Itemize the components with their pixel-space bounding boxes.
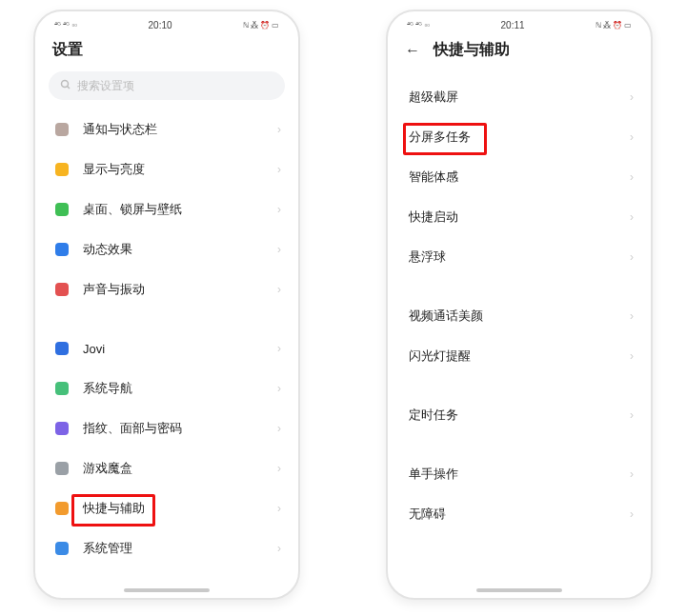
chevron-right-icon: › [277,502,281,515]
gear-icon [50,540,73,557]
chevron-right-icon: › [277,123,281,136]
chevron-right-icon: › [630,170,634,184]
chevron-right-icon: › [630,250,634,264]
status-bar: ⁴ᴳ ⁴ᴳ ▫▫ 20:11 ℕ ⁂ ⏰ ▭ [388,11,651,34]
item-label: 系统导航 [83,380,277,397]
chevron-right-icon: › [277,542,281,555]
settings-item[interactable]: 动态效果› [41,229,293,269]
home-indicator[interactable] [124,588,210,592]
settings-item[interactable]: 声音与振动› [41,269,293,309]
settings-item[interactable]: 桌面、锁屏与壁纸› [41,189,293,229]
item-label: 动态效果 [83,241,277,258]
phone-right: ⁴ᴳ ⁴ᴳ ▫▫ 20:11 ℕ ⁂ ⏰ ▭ ← 快捷与辅助 超级截屏›分屏多任… [386,10,653,600]
item-label: 快捷与辅助 [83,500,277,517]
status-bar: ⁴ᴳ ⁴ᴳ ▫▫ 20:10 ℕ ⁂ ⏰ ▭ [35,11,298,34]
chevron-right-icon: › [630,210,634,224]
jovi-icon [50,340,73,357]
chevron-right-icon: › [630,408,634,422]
chevron-right-icon: › [630,90,634,104]
bell-icon [50,121,73,138]
chevron-right-icon: › [630,467,634,481]
item-label: 系统管理 [83,540,277,557]
chevron-right-icon: › [277,163,281,176]
settings-item[interactable]: 超级截屏› [393,77,645,117]
settings-list: 超级截屏›分屏多任务›智能体感›快捷启动›悬浮球›视频通话美颜›闪光灯提醒›定时… [388,77,651,588]
page-header: ← 快捷与辅助 [388,34,651,66]
search-icon [60,79,71,93]
settings-item[interactable]: 悬浮球› [393,237,645,277]
settings-item[interactable]: 智能体感› [393,157,645,197]
alarm-icon: ⏰ [613,21,622,30]
settings-item[interactable]: 游戏魔盒› [41,448,293,488]
chevron-right-icon: › [630,349,634,363]
status-time: 20:10 [149,20,172,30]
svg-line-1 [68,86,71,89]
search-placeholder: 搜索设置项 [77,78,134,94]
chevron-right-icon: › [630,309,634,323]
chevron-right-icon: › [277,203,281,216]
item-label: 智能体感 [409,169,630,186]
chevron-right-icon: › [630,130,634,144]
chevron-right-icon: › [277,422,281,435]
chevron-right-icon: › [277,283,281,296]
item-label: 游戏魔盒 [83,460,277,477]
settings-item[interactable]: 显示与亮度› [41,149,293,189]
page-title: 快捷与辅助 [434,40,510,60]
item-label: 超级截屏 [409,89,630,106]
home-indicator[interactable] [476,588,562,592]
group-separator [393,376,645,395]
settings-item[interactable]: 无障碍› [393,494,645,534]
chevron-right-icon: › [277,243,281,256]
chevron-right-icon: › [277,342,281,355]
status-signal: ⁴ᴳ ⁴ᴳ ▫▫ [54,21,77,30]
item-label: 无障碍 [409,506,630,523]
item-label: Jovi [83,342,277,356]
back-button[interactable]: ← [405,43,420,58]
settings-item[interactable]: 系统管理› [41,528,293,568]
settings-item[interactable]: 指纹、面部与密码› [41,408,293,448]
item-label: 桌面、锁屏与壁纸 [83,201,277,218]
gamebox-icon [50,460,73,477]
page-title: 设置 [52,40,83,60]
sound-icon [50,281,73,298]
signal-icon: ⁴ᴳ ⁴ᴳ ▫▫ [54,21,77,30]
search-input[interactable]: 搜索设置项 [49,71,285,100]
item-label: 视频通话美颜 [409,308,630,325]
group-separator [393,277,645,296]
nfc-icon: ℕ [243,21,249,30]
settings-item[interactable]: 单手操作› [393,454,645,494]
chevron-right-icon: › [277,382,281,395]
page-header: 设置 [35,34,298,66]
signal-icon: ⁴ᴳ ⁴ᴳ ▫▫ [407,21,430,30]
item-label: 闪光灯提醒 [409,348,630,365]
chevron-right-icon: › [277,462,281,475]
nfc-icon: ℕ [595,21,601,30]
settings-item[interactable]: 分屏多任务› [393,117,645,157]
settings-item[interactable]: 通知与状态栏› [41,109,293,149]
item-label: 快捷启动 [409,209,630,226]
item-label: 显示与亮度 [83,161,277,178]
settings-item[interactable]: 视频通话美颜› [393,296,645,336]
battery-icon: ▭ [624,21,632,30]
item-label: 指纹、面部与密码 [83,420,277,437]
settings-item[interactable]: 定时任务› [393,395,645,435]
item-label: 声音与振动 [83,281,277,298]
item-label: 悬浮球 [409,248,630,266]
settings-item[interactable]: 快捷启动› [393,197,645,237]
settings-item[interactable]: 系统导航› [41,368,293,408]
group-separator [393,435,645,454]
item-label: 单手操作 [409,466,630,483]
wallpaper-icon [50,201,73,218]
bt-icon: ⁂ [603,21,611,30]
sun-icon [50,161,73,178]
settings-item[interactable]: 快捷与辅助› [41,488,293,528]
settings-item[interactable]: Jovi› [41,328,293,368]
settings-item[interactable]: 闪光灯提醒› [393,336,645,376]
status-signal: ⁴ᴳ ⁴ᴳ ▫▫ [407,21,430,30]
bt-icon: ⁂ [251,21,258,30]
status-indicators: ℕ ⁂ ⏰ ▭ [595,21,632,30]
fingerprint-icon [50,420,73,437]
settings-list: 通知与状态栏›显示与亮度›桌面、锁屏与壁纸›动态效果›声音与振动›Jovi›系统… [35,109,298,588]
chevron-right-icon: › [630,507,634,521]
alarm-icon: ⏰ [260,21,270,30]
